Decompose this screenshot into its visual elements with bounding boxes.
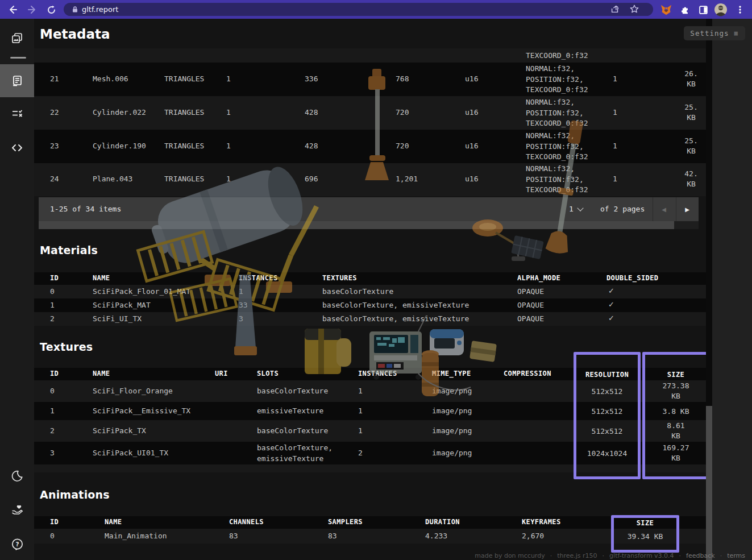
- mesh-indices: u16: [465, 74, 478, 83]
- sidebar-item-script[interactable]: [0, 131, 34, 164]
- code-icon: [10, 141, 24, 155]
- animation-id: 0: [50, 532, 55, 540]
- mesh-instances: 1: [613, 142, 617, 150]
- vertical-scrollbar[interactable]: [706, 19, 712, 560]
- col-header: KEYFRAMES: [522, 518, 561, 526]
- mesh-mode: TRIANGLES: [164, 74, 204, 83]
- col-header: NAME: [93, 370, 110, 378]
- mesh-gl-primitives: 696: [305, 175, 318, 183]
- metamask-extension-button[interactable]: [659, 2, 674, 17]
- texture-instances: 1: [358, 387, 363, 395]
- pages-label: of 2 pages: [600, 205, 645, 213]
- col-header: ALPHA_MODE: [517, 274, 560, 282]
- help-icon: ?: [11, 538, 24, 551]
- animation-samplers: 83: [328, 532, 337, 540]
- texture-size: 169.27KB: [645, 443, 707, 463]
- mesh-vertices: 1,201: [396, 175, 418, 183]
- url-bar[interactable]: gltf.report: [64, 3, 653, 16]
- back-arrow-icon: [7, 5, 18, 15]
- next-page-button[interactable]: ▶: [676, 197, 699, 221]
- col-header: URI: [215, 370, 228, 378]
- profile-avatar[interactable]: [713, 2, 728, 17]
- side-panel-icon: [699, 5, 708, 15]
- texture-size: 8.61KB: [645, 421, 707, 441]
- table-row-empty: [34, 464, 706, 472]
- texture-mime: image/png: [432, 426, 472, 435]
- texture-resolution: 512x512: [576, 387, 638, 397]
- mesh-name: Cylinder.190: [93, 142, 146, 150]
- mesh-primitives: 1: [226, 108, 231, 117]
- texture-size: 3.8 KB: [645, 406, 707, 417]
- forward-arrow-icon: [27, 5, 38, 15]
- col-header: SAMPLERS: [328, 518, 363, 526]
- share-button[interactable]: [610, 4, 620, 16]
- puzzle-icon: [680, 5, 690, 15]
- animation-duration: 4.233: [425, 532, 447, 540]
- table-row: 21 Mesh.006 TRIANGLES 1 336 768 u16 NORM…: [34, 63, 706, 96]
- reload-icon: [47, 5, 56, 15]
- page-select[interactable]: 1: [569, 205, 583, 213]
- material-name: SciFiPack_MAT: [93, 301, 151, 309]
- extensions-button[interactable]: [678, 2, 692, 17]
- texture-id: 2: [50, 426, 55, 435]
- texture-resolution: 1024x1024: [576, 449, 638, 459]
- mesh-instances: 1: [613, 108, 617, 117]
- texture-name: SciFiPack_UI01_TX: [93, 449, 168, 457]
- sidebar-item-theme-toggle[interactable]: [0, 459, 34, 492]
- back-button[interactable]: [5, 2, 20, 17]
- sidebar-item-validation[interactable]: [0, 97, 34, 130]
- side-panel-button[interactable]: [696, 2, 711, 17]
- settings-button[interactable]: Settings ≡: [684, 26, 745, 40]
- footer-feedback-link[interactable]: feedback: [686, 552, 715, 559]
- reload-button[interactable]: [44, 2, 59, 17]
- mesh-mode: TRIANGLES: [164, 175, 204, 183]
- horizontal-scrollbar-thumb[interactable]: [39, 221, 674, 229]
- col-header: RESOLUTION: [576, 370, 638, 380]
- footer: made by don mccurdy · three.js r150 · gl…: [0, 551, 745, 560]
- col-header: SIZE: [645, 370, 707, 380]
- table-row: 1 SciFiPack_MAT 33 baseColorTexture, emi…: [34, 298, 706, 312]
- material-id: 0: [50, 287, 55, 296]
- col-header: NAME: [105, 518, 122, 526]
- texture-slots: baseColorTexture,emissiveTexture: [257, 443, 333, 464]
- texture-instances: 2: [358, 449, 363, 457]
- col-header: INSTANCES: [239, 274, 278, 282]
- table-row: 3 SciFiPack_UI01_TX baseColorTexture,emi…: [34, 442, 706, 464]
- viewport-background: [712, 19, 752, 560]
- material-alpha-mode: OPAQUE: [517, 287, 544, 296]
- mesh-attributes: NORMAL:f32,POSITION:f32,TEXCOORD_0:f32: [526, 164, 588, 196]
- animation-size: 39.34 KB: [614, 532, 676, 542]
- material-instances: 33: [239, 301, 248, 309]
- col-header: DOUBLE_SIDED: [606, 274, 659, 282]
- texture-id: 3: [50, 449, 55, 457]
- horizontal-scrollbar[interactable]: [39, 221, 699, 229]
- texture-slots: baseColorTexture: [257, 426, 328, 435]
- chevron-down-icon: [577, 205, 583, 211]
- sidebar-item-scene[interactable]: [0, 22, 34, 55]
- material-textures: baseColorTexture, emissiveTexture: [322, 301, 469, 309]
- mesh-gl-primitives: 428: [305, 108, 318, 117]
- check-icon: ✓: [608, 314, 614, 322]
- prev-page-button[interactable]: ◀: [653, 197, 675, 221]
- material-alpha-mode: OPAQUE: [517, 314, 544, 323]
- texture-instances: 1: [358, 426, 363, 435]
- bookmark-button[interactable]: [629, 4, 639, 16]
- table-row: 1 SciFiPack__Emissive_TX emissiveTexture…: [34, 402, 706, 420]
- vertical-scrollbar-thumb[interactable]: [706, 406, 712, 560]
- sidebar-item-report[interactable]: [0, 64, 34, 97]
- mesh-name: Plane.043: [93, 175, 132, 183]
- check-icon: ✓: [608, 300, 614, 309]
- mesh-indices: u16: [465, 175, 478, 183]
- forward-button[interactable]: [25, 2, 40, 17]
- mesh-indices: u16: [465, 108, 478, 117]
- sidebar-item-donate[interactable]: [0, 493, 34, 526]
- svg-text:?: ?: [15, 540, 19, 547]
- mesh-id: 21: [50, 74, 59, 83]
- image-stack-icon: [10, 31, 24, 45]
- footer-terms-link[interactable]: terms: [727, 552, 745, 559]
- mesh-size: 25.KB: [674, 136, 708, 156]
- footer-credit: made by don mccurdy: [475, 552, 545, 559]
- mesh-indices: u16: [465, 142, 478, 150]
- mesh-instances: 1: [613, 175, 617, 183]
- browser-menu-button[interactable]: [733, 2, 747, 17]
